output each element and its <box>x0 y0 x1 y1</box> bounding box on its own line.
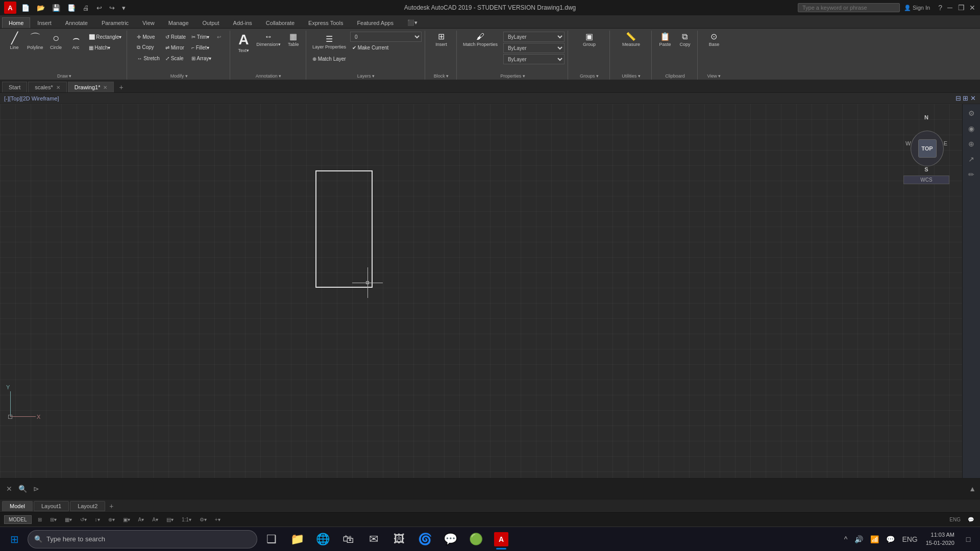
open-file-btn[interactable]: 📂 <box>35 3 47 13</box>
taskbar-browser2[interactable]: 🌀 <box>413 528 436 550</box>
cmd-expand-btn[interactable]: ▲ <box>969 485 976 493</box>
tab-collaborate[interactable]: Collaborate <box>259 17 301 28</box>
viewport-restore-btn[interactable]: ⊟ ⊞ ✕ <box>955 94 976 102</box>
taskbar-photo[interactable]: 🖼 <box>388 528 410 550</box>
notification-btn[interactable]: □ <box>961 532 976 547</box>
rotate-btn[interactable]: ↺ Rotate <box>163 32 188 42</box>
color-dropdown[interactable]: ByLayer <box>503 32 565 42</box>
measure-btn[interactable]: 📏 Measure <box>620 32 642 48</box>
layer-match-btn[interactable]: ⊕ Match Layer <box>310 54 348 64</box>
tab-scales-close[interactable]: ✕ <box>56 85 60 90</box>
save-as-btn[interactable]: 📑 <box>65 3 78 13</box>
system-clock[interactable]: 11:03 AM 15-01-2020 <box>923 530 958 548</box>
keyword-search[interactable] <box>798 3 900 12</box>
tab-insert[interactable]: Insert <box>31 17 58 28</box>
network-icon[interactable]: 📶 <box>868 533 881 545</box>
dynamic-input-btn[interactable]: ▣▾ <box>121 516 132 523</box>
side-tool-1[interactable]: ⚙ <box>964 106 978 120</box>
stretch-btn[interactable]: ↔ Stretch <box>135 53 161 63</box>
group-btn[interactable]: ▣ Group <box>580 32 598 48</box>
object-snap-btn[interactable]: ⊕▾ <box>106 516 117 523</box>
new-layout-btn[interactable]: + <box>106 501 116 511</box>
tab-start[interactable]: Start <box>2 82 27 92</box>
osnap-toggle-btn[interactable]: ↕▾ <box>93 516 102 523</box>
taskbar-store[interactable]: 🛍 <box>337 528 359 550</box>
workspace-settings-btn[interactable]: ⚙▾ <box>198 516 209 523</box>
table-btn[interactable]: ▦ Table <box>284 32 303 48</box>
scale-btn[interactable]: ⤢ Scale <box>163 53 188 63</box>
circle-btn[interactable]: ○ Circle <box>47 32 65 51</box>
help-icon[interactable]: ? <box>938 4 942 12</box>
trim-btn[interactable]: ✂ Trim▾ <box>189 32 213 42</box>
side-tool-2[interactable]: ◉ <box>964 121 978 136</box>
side-tool-4[interactable]: ↗ <box>964 152 978 166</box>
tab-output[interactable]: Output <box>196 17 226 28</box>
action-center-icon[interactable]: 💬 <box>884 533 897 545</box>
save-btn[interactable]: 💾 <box>50 3 62 13</box>
arc-btn[interactable]: ⌢ Arc <box>67 32 85 51</box>
sign-in-btn[interactable]: 👤 Sign In <box>904 5 930 11</box>
taskbar-chrome[interactable]: 🟢 <box>464 528 487 550</box>
show-hidden-icons-btn[interactable]: ^ <box>842 533 850 545</box>
array-btn[interactable]: ⊞ Array▾ <box>189 53 213 63</box>
taskbar-autocad[interactable]: A <box>490 528 512 550</box>
tab-manage[interactable]: Manage <box>162 17 195 28</box>
grid-toggle-btn[interactable]: ⊞ <box>36 516 44 523</box>
model-space-btn[interactable]: MODEL <box>4 515 32 524</box>
layout-tab-layout2[interactable]: Layout2 <box>70 501 105 511</box>
side-tool-5[interactable]: ✏ <box>964 167 978 182</box>
snap-toggle-btn[interactable]: ⊞▾ <box>48 516 59 523</box>
tab-home[interactable]: Home <box>2 17 30 28</box>
lang-indicator[interactable]: ENG <box>947 516 963 523</box>
tab-view[interactable]: View <box>136 17 161 28</box>
layer-make-current-btn[interactable]: ✔ Make Current <box>350 42 390 53</box>
annotation-scale-btn[interactable]: 1:1▾ <box>180 516 193 523</box>
copy-btn[interactable]: ⧉ Copy <box>135 42 161 53</box>
view-cube[interactable]: TOP <box>911 131 943 166</box>
text-btn[interactable]: A Text▾ <box>234 32 253 54</box>
line-btn[interactable]: ╱ Line <box>5 32 23 51</box>
wcs-btn[interactable]: WCS <box>903 176 949 184</box>
command-input[interactable] <box>43 484 967 493</box>
polar-toggle-btn[interactable]: ↺▾ <box>78 516 89 523</box>
layout-tab-model[interactable]: Model <box>2 501 33 511</box>
selection-btn[interactable]: ▤▾ <box>164 516 176 523</box>
cmd-search-btn[interactable]: 🔍 <box>16 484 29 494</box>
customize-btn[interactable]: ▾ <box>120 3 128 13</box>
tab-addins[interactable]: Add-ins <box>227 17 259 28</box>
fillet-btn[interactable]: ⌐ Fillet▾ <box>189 42 213 53</box>
taskbar-file-explorer[interactable]: 📁 <box>286 528 308 550</box>
tab-drawing1[interactable]: Drawing1* ✕ <box>68 82 114 92</box>
lineweight-toggle-btn[interactable]: A▾ <box>136 516 146 523</box>
tab-drawing1-close[interactable]: ✕ <box>103 85 107 90</box>
move-btn[interactable]: ✛ Move <box>135 32 161 42</box>
tab-express-tools[interactable]: Express Tools <box>302 17 350 28</box>
taskbar-search[interactable]: 🔍 Type here to search <box>28 530 257 548</box>
linetype-dropdown[interactable]: ByLayer <box>503 43 565 53</box>
redo-btn[interactable]: ↪ <box>107 3 117 13</box>
side-tool-3[interactable]: ⊕ <box>964 137 978 151</box>
tab-featured-apps[interactable]: Featured Apps <box>350 17 400 28</box>
tab-parametric[interactable]: Parametric <box>95 17 135 28</box>
transparency-btn[interactable]: A▾ <box>150 516 160 523</box>
restore-btn[interactable]: ❒ <box>958 4 965 11</box>
mirror-btn[interactable]: ⇌ Mirror <box>163 42 188 53</box>
start-button[interactable]: ⊞ <box>4 529 24 549</box>
erase-btn[interactable]: ↩ <box>215 32 223 42</box>
new-tab-btn[interactable]: + <box>115 82 127 92</box>
layer-properties-btn[interactable]: ☰ Layer Properties <box>310 34 348 51</box>
base-btn[interactable]: ⊙ Base <box>705 32 723 48</box>
paste-btn[interactable]: 📋 Paste <box>656 32 674 48</box>
polyline-btn[interactable]: ⌒ Polyline <box>25 32 45 51</box>
tab-scales[interactable]: scales* ✕ <box>28 82 66 92</box>
lang-btn[interactable]: ENG <box>900 533 919 545</box>
insert-btn[interactable]: ⊞ Insert <box>432 32 450 48</box>
notification-center-btn[interactable]: 💬 <box>966 516 976 523</box>
layout-tab-layout1[interactable]: Layout1 <box>34 501 69 511</box>
clipboard-copy-btn[interactable]: ⧉ Copy <box>676 32 694 48</box>
print-btn[interactable]: 🖨 <box>81 3 91 13</box>
dimension-btn[interactable]: ↔ Dimension▾ <box>254 32 283 48</box>
ortho-toggle-btn[interactable]: ▦▾ <box>63 516 74 523</box>
match-properties-btn[interactable]: 🖌 Match Properties <box>461 32 500 48</box>
new-file-btn[interactable]: 📄 <box>19 3 32 13</box>
